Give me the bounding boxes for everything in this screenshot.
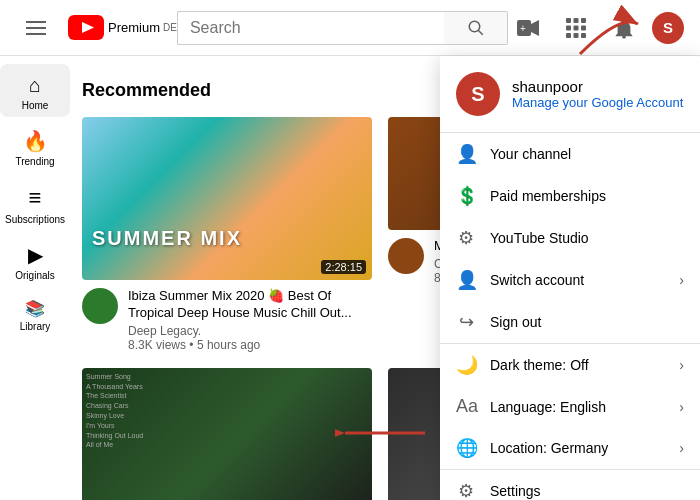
video-thumbnail: Summer SongA Thousand YearsThe Scientist… — [82, 368, 372, 500]
library-icon: 📚 — [25, 299, 45, 318]
avatar-letter-large: S — [471, 83, 484, 106]
playlist-text: Summer SongA Thousand YearsThe Scientist… — [86, 372, 368, 450]
svg-rect-8 — [574, 18, 579, 23]
svg-rect-12 — [581, 25, 586, 30]
dropdown-label-channel: Your channel — [490, 146, 684, 162]
user-avatar-large: S — [456, 72, 500, 116]
apps-button[interactable] — [556, 8, 596, 48]
video-card[interactable]: Summer SongA Thousand YearsThe Scientist… — [82, 368, 372, 500]
translate-icon: Aa — [456, 396, 476, 417]
signout-icon: ↪ — [456, 311, 476, 333]
header: Premium DE + — [0, 0, 700, 56]
svg-rect-9 — [581, 18, 586, 23]
search-bar — [177, 11, 508, 45]
video-info: Ibiza Summer Mix 2020 🍓 Best Of Tropical… — [82, 288, 372, 352]
duration-badge: 2:28:15 — [321, 260, 366, 274]
sidebar-label-home: Home — [22, 100, 49, 111]
user-avatar-button[interactable]: S — [652, 12, 684, 44]
svg-rect-14 — [574, 33, 579, 38]
sidebar-label-library: Library — [20, 321, 51, 332]
svg-rect-13 — [566, 33, 571, 38]
svg-rect-15 — [581, 33, 586, 38]
svg-rect-11 — [574, 25, 579, 30]
trending-icon: 🔥 — [23, 129, 48, 153]
chevron-right-icon: › — [679, 272, 684, 288]
dropdown-menu: S shaunpoor Manage your Google Account 👤… — [440, 56, 700, 500]
video-channel: Deep Legacy. — [128, 324, 372, 338]
sidebar-item-home[interactable]: ⌂ Home — [0, 64, 70, 117]
switch-icon: 👤 — [456, 269, 476, 291]
dropdown-item-signout[interactable]: ↪ Sign out — [440, 301, 700, 343]
avatar-letter: S — [663, 19, 673, 36]
studio-gear-icon: ⚙ — [456, 227, 476, 249]
dropdown-item-settings[interactable]: ⚙ Settings — [440, 470, 700, 500]
chevron-right-icon-lang: › — [679, 399, 684, 415]
apps-icon — [566, 18, 586, 38]
create-video-icon: + — [517, 20, 539, 36]
summer-mix-text: SUMMER MIX — [92, 227, 242, 250]
sidebar-item-subscriptions[interactable]: ≡ Subscriptions — [0, 175, 70, 231]
dropdown-label-settings: Settings — [490, 483, 684, 499]
channel-avatar — [82, 288, 118, 324]
dropdown-user-header: S shaunpoor Manage your Google Account — [440, 56, 700, 133]
search-icon — [467, 19, 485, 37]
dropdown-section-1: 👤 Your channel 💲 Paid memberships ⚙ YouT… — [440, 133, 700, 344]
search-button[interactable] — [444, 11, 508, 45]
svg-marker-5 — [531, 20, 539, 36]
dropdown-label-memberships: Paid memberships — [490, 188, 684, 204]
notifications-icon — [613, 17, 635, 39]
sidebar-label-trending: Trending — [15, 156, 54, 167]
thumb-text: SUMMER MIX — [92, 227, 242, 250]
manage-account-link[interactable]: Manage your Google Account — [512, 95, 683, 110]
logo[interactable]: Premium DE — [68, 15, 177, 40]
dollar-icon: 💲 — [456, 185, 476, 207]
dropdown-label-studio: YouTube Studio — [490, 230, 684, 246]
video-stats: 8.3K views • 5 hours ago — [128, 338, 372, 352]
sidebar: ⌂ Home 🔥 Trending ≡ Subscriptions ▶ Orig… — [0, 56, 70, 500]
dropdown-item-language[interactable]: Aa Language: English › — [440, 386, 700, 427]
svg-text:+: + — [520, 23, 526, 34]
sidebar-label-originals: Originals — [15, 270, 54, 281]
settings-gear-icon: ⚙ — [456, 480, 476, 500]
svg-point-16 — [622, 35, 626, 38]
dropdown-label-signout: Sign out — [490, 314, 684, 330]
dropdown-item-location[interactable]: 🌐 Location: Germany › — [440, 427, 700, 469]
sidebar-item-originals[interactable]: ▶ Originals — [0, 233, 70, 287]
chevron-right-icon-loc: › — [679, 440, 684, 456]
dropdown-section-2: 🌙 Dark theme: Off › Aa Language: English… — [440, 344, 700, 470]
moon-icon: 🌙 — [456, 354, 476, 376]
person-icon: 👤 — [456, 143, 476, 165]
channel-avatar — [388, 238, 424, 274]
sidebar-item-library[interactable]: 📚 Library — [0, 289, 70, 338]
user-info: shaunpoor Manage your Google Account — [512, 78, 683, 110]
logo-region: DE — [163, 22, 177, 33]
dropdown-item-channel[interactable]: 👤 Your channel — [440, 133, 700, 175]
logo-premium-text: Premium — [108, 20, 160, 35]
svg-line-3 — [478, 30, 483, 35]
globe-icon: 🌐 — [456, 437, 476, 459]
dropdown-label-language: Language: English — [490, 399, 665, 415]
header-left: Premium DE — [16, 8, 177, 48]
subscriptions-icon: ≡ — [29, 185, 42, 211]
dropdown-item-switch[interactable]: 👤 Switch account › — [440, 259, 700, 301]
home-icon: ⌂ — [29, 74, 41, 97]
video-thumbnail: SUMMER MIX 2:28:15 — [82, 117, 372, 280]
sidebar-item-trending[interactable]: 🔥 Trending — [0, 119, 70, 173]
create-video-button[interactable]: + — [508, 8, 548, 48]
svg-point-2 — [469, 21, 480, 32]
dropdown-item-memberships[interactable]: 💲 Paid memberships — [440, 175, 700, 217]
dropdown-label-switch: Switch account — [490, 272, 665, 288]
hamburger-button[interactable] — [16, 8, 56, 48]
svg-rect-10 — [566, 25, 571, 30]
dropdown-label-darktheme: Dark theme: Off — [490, 357, 665, 373]
originals-icon: ▶ — [28, 243, 43, 267]
dropdown-item-darktheme[interactable]: 🌙 Dark theme: Off › — [440, 344, 700, 386]
header-right: + S — [508, 8, 684, 48]
dropdown-label-location: Location: Germany — [490, 440, 665, 456]
notifications-button[interactable] — [604, 8, 644, 48]
chevron-right-icon-dark: › — [679, 357, 684, 373]
dropdown-section-3: ⚙ Settings 🛡 Your data in YouTube — [440, 470, 700, 500]
dropdown-item-studio[interactable]: ⚙ YouTube Studio — [440, 217, 700, 259]
video-card[interactable]: SUMMER MIX 2:28:15 Ibiza Summer Mix 2020… — [82, 117, 372, 352]
search-input[interactable] — [177, 11, 444, 45]
